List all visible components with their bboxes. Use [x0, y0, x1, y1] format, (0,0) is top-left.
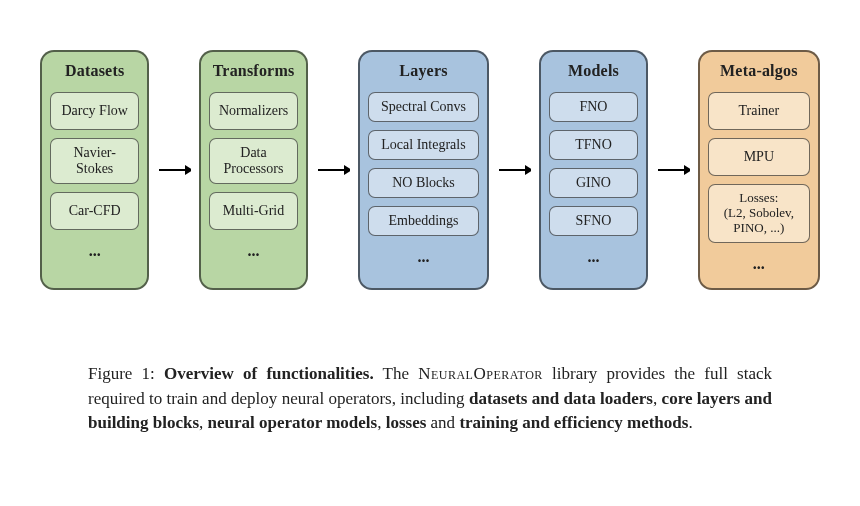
caption-bold: neural operator models	[208, 413, 378, 432]
caption-text: ,	[653, 389, 662, 408]
dataset-item: Navier-Stokes	[50, 138, 139, 184]
svg-marker-5	[525, 165, 531, 175]
caption-bold: datasets and data loaders	[469, 389, 653, 408]
caption-text: ,	[199, 413, 208, 432]
arrow-icon	[497, 159, 531, 181]
column-title: Meta-algos	[720, 62, 798, 80]
caption-bold: training and efficiency methods	[459, 413, 688, 432]
column-transforms: Transforms Normalizers Data Processors M…	[199, 50, 308, 290]
figure-caption: Figure 1: Overview of functionalities. T…	[88, 362, 772, 436]
model-item: FNO	[549, 92, 638, 122]
column-layers: Layers Spectral Convs Local Integrals NO…	[358, 50, 490, 290]
caption-text: The	[374, 364, 419, 383]
column-title: Layers	[399, 62, 447, 80]
dataset-item: Darcy Flow	[50, 92, 139, 130]
more-indicator: ...	[89, 242, 101, 260]
layer-item: NO Blocks	[368, 168, 480, 198]
dataset-item: Car-CFD	[50, 192, 139, 230]
arrow-icon	[157, 159, 191, 181]
svg-marker-1	[185, 165, 191, 175]
more-indicator: ...	[247, 242, 259, 260]
library-name: NeuralOperator	[418, 364, 543, 383]
transform-item: Multi-Grid	[209, 192, 298, 230]
arrow-icon	[656, 159, 690, 181]
meta-item-losses: Losses: (L2, Sobolev, PINO, ...)	[708, 184, 810, 243]
svg-marker-3	[344, 165, 350, 175]
column-title: Models	[568, 62, 619, 80]
caption-text: ,	[377, 413, 386, 432]
more-indicator: ...	[753, 255, 765, 273]
caption-text: .	[688, 413, 692, 432]
svg-marker-7	[684, 165, 690, 175]
figure-label: Figure 1:	[88, 364, 155, 383]
column-title: Datasets	[65, 62, 124, 80]
column-models: Models FNO TFNO GINO SFNO ...	[539, 50, 648, 290]
transform-item: Normalizers	[209, 92, 298, 130]
caption-bold: losses	[386, 413, 427, 432]
model-item: GINO	[549, 168, 638, 198]
architecture-diagram: Datasets Darcy Flow Navier-Stokes Car-CF…	[40, 30, 820, 310]
column-meta-algos: Meta-algos Trainer MPU Losses: (L2, Sobo…	[698, 50, 820, 290]
model-item: SFNO	[549, 206, 638, 236]
column-datasets: Datasets Darcy Flow Navier-Stokes Car-CF…	[40, 50, 149, 290]
caption-text: and	[426, 413, 459, 432]
more-indicator: ...	[587, 248, 599, 266]
meta-item: Trainer	[708, 92, 810, 130]
meta-item: MPU	[708, 138, 810, 176]
transform-item: Data Processors	[209, 138, 298, 184]
model-item: TFNO	[549, 130, 638, 160]
figure-page: Datasets Darcy Flow Navier-Stokes Car-CF…	[0, 0, 860, 506]
arrow-icon	[316, 159, 350, 181]
column-title: Transforms	[213, 62, 295, 80]
layer-item: Local Integrals	[368, 130, 480, 160]
layer-item: Embeddings	[368, 206, 480, 236]
layer-item: Spectral Convs	[368, 92, 480, 122]
more-indicator: ...	[417, 248, 429, 266]
caption-title: Overview of functionalities.	[164, 364, 374, 383]
